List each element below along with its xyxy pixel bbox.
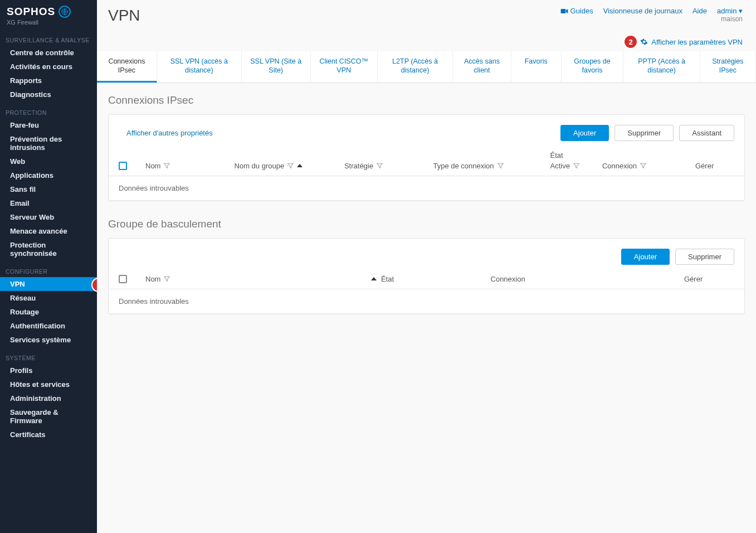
guides-link[interactable]: Guides — [560, 7, 593, 15]
failover-select-all-checkbox[interactable] — [119, 275, 127, 283]
page-title: VPN — [108, 7, 560, 25]
filter-icon — [376, 162, 383, 169]
col-strategy[interactable]: Stratégie — [344, 162, 429, 170]
col-name[interactable]: Nom — [145, 162, 230, 170]
sidebar-item-web[interactable]: Web — [0, 154, 97, 168]
filter-icon — [163, 162, 170, 169]
top-bar: VPN Guides Visionneuse de journaux Aide … — [97, 0, 756, 25]
show-vpn-settings-link[interactable]: Afficher les paramètres VPN — [640, 38, 743, 46]
nav-section-title: PROTECTION — [0, 101, 97, 118]
tab-client-cisco-vpn[interactable]: Client CISCO™ VPN — [311, 51, 378, 83]
user-menu[interactable]: admin ▾ maison — [717, 7, 743, 23]
sidebar-item-rapports[interactable]: Rapports — [0, 74, 97, 88]
sidebar-item-administration[interactable]: Administration — [0, 391, 97, 405]
tab-connexions-ipsec[interactable]: Connexions IPsec — [97, 51, 157, 83]
sidebar-item-certificats[interactable]: Certificats — [0, 428, 97, 442]
failover-panel: Ajouter Supprimer Nom État Connexion Gér… — [108, 238, 745, 314]
tab-favoris[interactable]: Favoris — [511, 51, 562, 83]
col-state: État Active Connexion — [550, 151, 691, 170]
sidebar-item-routage[interactable]: Routage — [0, 305, 97, 319]
annotation-badge-2: 2 — [625, 36, 637, 48]
col2-connection: Connexion — [491, 275, 680, 283]
sidebar-item-pare-feu[interactable]: Pare-feu — [0, 118, 97, 132]
failover-add-button[interactable]: Ajouter — [621, 249, 670, 265]
tab-groupes-de-favoris[interactable]: Groupes de favoris — [562, 51, 624, 83]
filter-icon — [497, 162, 504, 169]
sidebar-item-email[interactable]: Email — [0, 196, 97, 210]
top-links: Guides Visionneuse de journaux Aide admi… — [560, 7, 743, 23]
section-failover-title: Groupe de basculement — [108, 218, 745, 230]
gear-icon — [640, 38, 648, 46]
sort-asc-icon — [371, 277, 377, 280]
failover-delete-button[interactable]: Supprimer — [675, 249, 734, 265]
failover-empty-row: Données introuvables — [109, 289, 744, 314]
sidebar-item-authentification[interactable]: Authentification — [0, 319, 97, 333]
show-more-props-link[interactable]: Afficher d'autres propriétés — [126, 129, 213, 137]
col-state-connection[interactable]: Connexion — [602, 162, 647, 170]
tab-l2tp-acc-s-distance-[interactable]: L2TP (Accès à distance) — [378, 51, 453, 83]
col-manage: Gérer — [695, 162, 734, 170]
tab-bar: Connexions IPsecSSL VPN (accès à distanc… — [97, 51, 756, 83]
logviewer-link[interactable]: Visionneuse de journaux — [603, 7, 682, 15]
sidebar-item-vpn[interactable]: VPN1 — [0, 277, 97, 291]
col2-name[interactable]: Nom — [145, 275, 377, 283]
sidebar-item-h-tes-et-services[interactable]: Hôtes et services — [0, 377, 97, 391]
sidebar-item-profils[interactable]: Profils — [0, 364, 97, 377]
video-icon — [560, 8, 568, 14]
filter-icon — [163, 275, 170, 283]
section-ipsec-title: Connexions IPsec — [108, 94, 745, 106]
filter-icon — [287, 162, 294, 169]
nav-section-title: CONFIGURER — [0, 260, 97, 277]
brand-globe-icon — [58, 6, 71, 18]
sidebar-item-pr-vention-des-intrusions[interactable]: Prévention des intrusions — [0, 132, 97, 154]
brand-logo: SOPHOS XG Firewall — [0, 0, 97, 29]
ipsec-select-all-checkbox[interactable] — [119, 162, 127, 170]
col-conntype[interactable]: Type de connexion — [433, 162, 545, 170]
main-area: VPN Guides Visionneuse de journaux Aide … — [97, 0, 756, 533]
tab-strat-gies-ipsec[interactable]: Stratégies IPsec — [700, 51, 756, 83]
tab-ssl-vpn-acc-s-distance-[interactable]: SSL VPN (accès à distance) — [157, 51, 242, 83]
col-group[interactable]: Nom du groupe — [235, 162, 340, 170]
sidebar-item-protection-synchronis-e[interactable]: Protection synchronisée — [0, 238, 97, 260]
filter-icon — [640, 162, 647, 169]
sidebar-item-menace-avanc-e[interactable]: Menace avancée — [0, 224, 97, 238]
col2-state: État — [381, 275, 486, 283]
sidebar-item-r-seau[interactable]: Réseau — [0, 291, 97, 305]
sidebar-item-activit-s-en-cours[interactable]: Activités en cours — [0, 60, 97, 74]
sidebar-item-centre-de-contr-le[interactable]: Centre de contrôle — [0, 46, 97, 60]
brand-product: XG Firewall — [7, 19, 90, 26]
help-link[interactable]: Aide — [692, 7, 707, 15]
sidebar-item-serveur-web[interactable]: Serveur Web — [0, 210, 97, 224]
nav-section-title: SURVEILLANCE & ANALYSE — [0, 29, 97, 46]
nav-section-title: SYSTÈME — [0, 347, 97, 364]
col2-manage: Gérer — [684, 275, 734, 283]
annotation-badge-1: 1 — [92, 279, 97, 291]
svg-rect-1 — [561, 9, 566, 13]
sidebar-item-services-syst-me[interactable]: Services système — [0, 333, 97, 347]
ipsec-wizard-button[interactable]: Assistant — [679, 125, 734, 141]
tab-ssl-vpn-site-site-[interactable]: SSL VPN (Site à Site) — [242, 51, 311, 83]
sidebar-item-sauvegarde-firmware[interactable]: Sauvegarde & Firmware — [0, 405, 97, 428]
sort-asc-icon — [297, 164, 303, 167]
tab-pptp-acc-s-distance-[interactable]: PPTP (Accès à distance) — [623, 51, 700, 83]
sidebar: SOPHOS XG Firewall SURVEILLANCE & ANALYS… — [0, 0, 97, 533]
ipsec-empty-row: Données introuvables — [109, 176, 744, 201]
tab-acc-s-sans-client[interactable]: Accès sans client — [453, 51, 511, 83]
ipsec-add-button[interactable]: Ajouter — [560, 125, 609, 141]
ipsec-panel: Afficher d'autres propriétés Ajouter Sup… — [108, 114, 745, 201]
filter-icon — [573, 162, 580, 169]
brand-name: SOPHOS — [7, 6, 55, 18]
sidebar-item-diagnostics[interactable]: Diagnostics — [0, 88, 97, 101]
ipsec-delete-button[interactable]: Supprimer — [614, 125, 674, 141]
sidebar-item-applications[interactable]: Applications — [0, 168, 97, 182]
col-state-active[interactable]: Active — [550, 162, 579, 170]
sidebar-item-sans-fil[interactable]: Sans fil — [0, 182, 97, 196]
chevron-down-icon: ▾ — [739, 7, 743, 15]
